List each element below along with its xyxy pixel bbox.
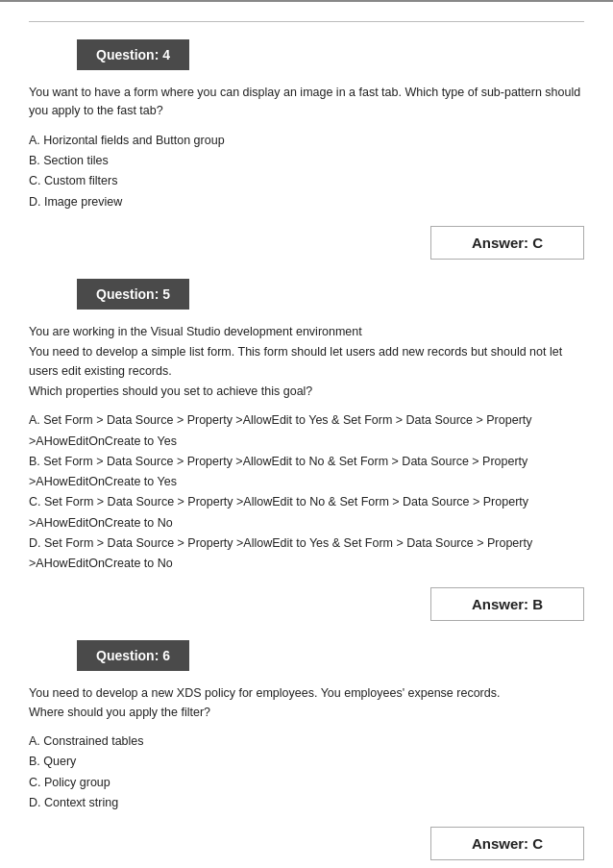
top-divider [29,21,584,22]
question-5-header: Question: 5 [77,279,189,310]
question-6-block: Question: 6 You need to develop a new XD… [29,640,584,860]
option-a: A. Horizontal fields and Button group [29,131,584,151]
question-6-header: Question: 6 [77,640,189,671]
q5-option-c: C. Set Form > Data Source > Property >Al… [29,492,584,533]
q6-option-d: D. Context string [29,793,584,813]
question-4-answer: Answer: C [430,226,584,260]
q5-line-3: Which properties should you set to achie… [29,383,584,401]
question-5-answer-row: Answer: B [29,587,584,621]
q6-option-a: A. Constrained tables [29,732,584,752]
question-6-options: A. Constrained tables B. Query C. Policy… [29,732,584,813]
q6-option-c: C. Policy group [29,773,584,793]
question-6-answer-row: Answer: C [29,827,584,860]
question-5-block: Question: 5 You are working in the Visua… [29,279,584,622]
question-5-text: You are working in the Visual Studio dev… [29,323,584,402]
question-5-options: A. Set Form > Data Source > Property >Al… [29,410,584,574]
q5-option-b: B. Set Form > Data Source > Property >Al… [29,452,584,493]
q5-option-d: D. Set Form > Data Source > Property >Al… [29,533,584,575]
option-c: C. Custom filters [29,171,584,191]
question-6-answer: Answer: C [430,827,584,860]
option-b: B. Section tiles [29,151,584,171]
question-4-options: A. Horizontal fields and Button group B.… [29,131,584,212]
option-d: D. Image preview [29,192,584,212]
question-5-answer: Answer: B [430,587,584,621]
q5-line-1: You are working in the Visual Studio dev… [29,323,584,341]
question-6-text: You need to develop a new XDS policy for… [29,684,584,722]
q5-line-2: You need to develop a simple list form. … [29,343,584,381]
question-4-header: Question: 4 [77,39,189,70]
question-4-text: You want to have a form where you can di… [29,84,584,121]
q6-option-b: B. Query [29,752,584,772]
q5-option-a: A. Set Form > Data Source > Property >Al… [29,410,584,452]
question-4-block: Question: 4 You want to have a form wher… [29,39,584,260]
question-4-answer-row: Answer: C [29,226,584,260]
